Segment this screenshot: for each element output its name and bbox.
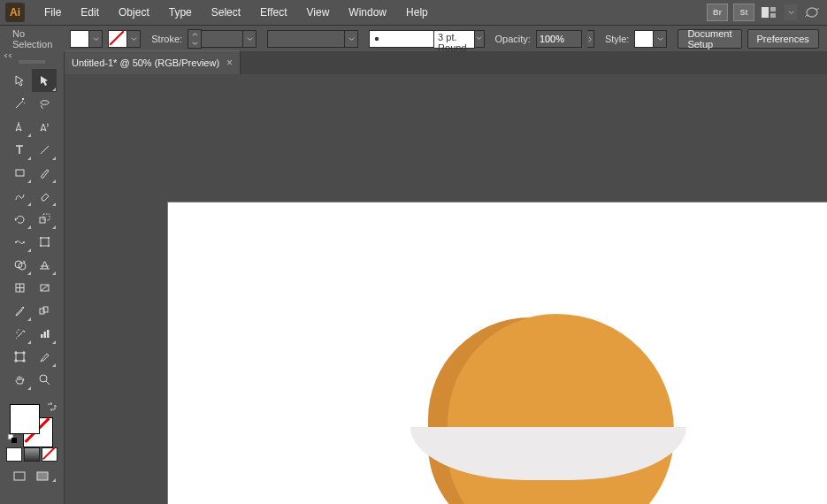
stock-button[interactable]: St [733, 4, 754, 21]
svg-point-14 [48, 237, 50, 239]
svg-rect-25 [41, 334, 43, 338]
control-bar: No Selection Stroke: 3 pt. Round Opacity… [0, 25, 827, 53]
arrange-documents-button[interactable] [760, 5, 779, 19]
stroke-weight-input[interactable] [202, 30, 243, 48]
workspace: Untitled-1* @ 50% (RGB/Preview) × [65, 51, 827, 504]
artboard[interactable] [167, 202, 827, 504]
fill-swatch[interactable] [70, 30, 89, 48]
menu-view[interactable]: View [298, 3, 339, 22]
gradient-mode-button[interactable] [24, 447, 40, 462]
fill-swatch-group[interactable] [70, 30, 103, 48]
stroke-weight-field[interactable] [188, 29, 257, 49]
stroke-swatch-group[interactable] [108, 30, 141, 48]
menu-type[interactable]: Type [160, 3, 201, 22]
fill-dropdown[interactable] [89, 30, 103, 48]
scale-tool[interactable] [32, 207, 57, 230]
menu-object[interactable]: Object [110, 3, 158, 22]
svg-line-6 [41, 146, 49, 154]
rectangle-tool[interactable] [7, 161, 32, 184]
pen-tool[interactable] [7, 115, 32, 138]
variable-width-dropdown[interactable] [345, 30, 358, 48]
menu-file[interactable]: File [35, 3, 70, 22]
document-tab[interactable]: Untitled-1* @ 50% (RGB/Preview) × [65, 50, 241, 74]
stroke-swatch-dropdown[interactable] [127, 30, 141, 48]
lasso-tool[interactable] [32, 92, 57, 115]
svg-rect-28 [16, 353, 24, 361]
rotate-tool[interactable] [7, 207, 32, 230]
zoom-tool[interactable] [32, 368, 57, 391]
tools-panel [0, 51, 65, 504]
menu-help[interactable]: Help [397, 3, 437, 22]
shape-builder-tool[interactable] [7, 253, 32, 276]
style-swatch[interactable] [634, 30, 654, 48]
eraser-tool[interactable] [32, 184, 57, 207]
fill-proxy[interactable] [10, 404, 40, 434]
eyedropper-tool[interactable] [7, 299, 32, 322]
bridge-button[interactable]: Br [707, 4, 728, 21]
document-tab-bar: Untitled-1* @ 50% (RGB/Preview) × [65, 51, 827, 74]
normal-screen-mode[interactable] [7, 467, 32, 486]
curvature-tool[interactable] [32, 115, 57, 138]
opacity-dropdown[interactable] [587, 30, 594, 48]
fill-stroke-proxy[interactable] [7, 401, 57, 444]
document-tab-title: Untitled-1* @ 50% (RGB/Preview) [72, 57, 219, 68]
variable-width-field[interactable] [267, 30, 345, 48]
selection-tool[interactable] [7, 69, 32, 92]
shaper-tool[interactable] [7, 184, 32, 207]
variable-width-profile[interactable] [267, 30, 358, 48]
type-tool[interactable] [7, 138, 32, 161]
free-transform-tool[interactable] [32, 230, 57, 253]
stroke-weight-stepper[interactable] [188, 29, 202, 49]
slice-tool[interactable] [32, 345, 57, 368]
menu-effect[interactable]: Effect [251, 3, 295, 22]
svg-rect-32 [11, 438, 17, 443]
arrange-documents-dropdown[interactable] [785, 4, 797, 20]
magic-wand-tool[interactable] [7, 92, 32, 115]
mesh-tool[interactable] [7, 276, 32, 299]
menu-edit[interactable]: Edit [72, 3, 108, 22]
svg-point-15 [40, 245, 42, 247]
line-segment-tool[interactable] [32, 138, 57, 161]
column-graph-tool[interactable] [32, 322, 57, 345]
document-setup-button[interactable]: Document Setup [678, 29, 741, 49]
canvas-viewport[interactable] [65, 74, 827, 504]
preferences-button[interactable]: Preferences [747, 29, 819, 49]
svg-rect-33 [14, 472, 25, 480]
brush-name: 3 pt. Round [434, 30, 475, 49]
opacity-label: Opacity: [495, 34, 531, 44]
close-tab-icon[interactable]: × [226, 57, 233, 69]
menu-select[interactable]: Select [203, 3, 249, 22]
svg-point-11 [23, 241, 25, 243]
brush-dropdown[interactable] [475, 30, 484, 48]
swap-fill-stroke-icon[interactable] [46, 401, 57, 412]
gradient-tool[interactable] [32, 276, 57, 299]
blend-tool[interactable] [32, 299, 57, 322]
stroke-swatch-none[interactable] [108, 30, 127, 48]
opacity-input[interactable] [536, 30, 582, 48]
graphic-style[interactable] [634, 30, 667, 48]
svg-point-24 [18, 329, 19, 331]
none-mode-button[interactable] [42, 447, 57, 462]
direct-selection-tool[interactable] [32, 69, 57, 92]
perspective-grid-tool[interactable] [32, 253, 57, 276]
svg-rect-1 [770, 7, 776, 11]
color-mode-button[interactable] [6, 447, 22, 462]
width-tool[interactable] [7, 230, 32, 253]
stroke-label: Stroke: [151, 34, 182, 44]
sync-settings-icon[interactable] [802, 5, 822, 19]
artboard-tool[interactable] [7, 345, 32, 368]
symbol-sprayer-tool[interactable] [7, 322, 32, 345]
svg-point-10 [15, 241, 17, 243]
svg-line-30 [46, 381, 50, 385]
style-dropdown[interactable] [654, 30, 667, 48]
stroke-weight-dropdown[interactable] [243, 30, 257, 48]
change-screen-mode[interactable] [32, 467, 57, 486]
tools-panel-collapse[interactable] [0, 51, 65, 60]
svg-point-16 [48, 245, 50, 247]
paintbrush-tool[interactable] [32, 161, 57, 184]
brush-definition[interactable]: 3 pt. Round [369, 30, 484, 49]
default-fill-stroke-icon[interactable] [7, 433, 18, 444]
menu-window[interactable]: Window [340, 3, 395, 22]
svg-rect-27 [47, 330, 50, 338]
hand-tool[interactable] [7, 368, 32, 391]
